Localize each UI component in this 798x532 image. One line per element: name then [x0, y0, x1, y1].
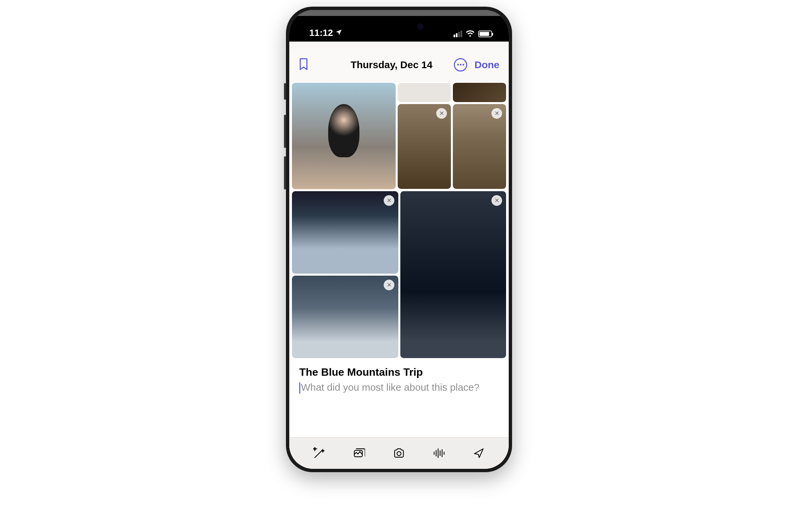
entry-body-input[interactable]: What did you most like about this place? — [299, 382, 499, 394]
svg-point-1 — [397, 452, 401, 456]
entry-placeholder: What did you most like about this place? — [301, 382, 479, 393]
ellipsis-circle-icon[interactable] — [454, 58, 467, 72]
photo-stack-icon[interactable] — [353, 446, 366, 460]
photo-thumbnail[interactable]: ✕ — [292, 191, 398, 274]
photo-thumbnail[interactable]: ✕ — [292, 276, 398, 358]
phone-side-buttons — [284, 83, 286, 198]
photo-thumbnail[interactable]: ✕ — [400, 191, 506, 358]
front-camera — [417, 24, 423, 30]
remove-photo-button[interactable]: ✕ — [491, 195, 502, 206]
photo-collage: ✕ ✕ ✕ — [289, 81, 509, 359]
remove-photo-button[interactable]: ✕ — [436, 108, 447, 119]
waveform-icon[interactable] — [432, 446, 445, 460]
photo-thumbnail[interactable]: ✕ — [453, 104, 506, 189]
photo-thumbnail[interactable]: ✕ — [398, 104, 451, 189]
remove-photo-button[interactable]: ✕ — [491, 108, 502, 119]
entry-text-section: The Blue Mountains Trip What did you mos… — [289, 359, 509, 400]
remove-photo-button[interactable]: ✕ — [384, 280, 394, 290]
sheet-stack-indicator — [295, 10, 503, 16]
photo-thumbnail[interactable] — [292, 83, 396, 189]
wifi-icon — [466, 30, 475, 38]
phone-hardware-frame: 11:12 — [286, 7, 512, 472]
magic-wand-icon[interactable] — [312, 446, 326, 460]
photo-thumbnail[interactable] — [398, 83, 451, 102]
location-arrow-icon[interactable] — [472, 446, 486, 460]
journal-entry-sheet: Thursday, Dec 14 Done — [289, 48, 509, 469]
input-toolbar — [289, 437, 509, 469]
dynamic-island — [367, 17, 431, 36]
photo-thumbnail[interactable] — [453, 83, 506, 102]
location-arrow-icon — [335, 27, 342, 38]
cellular-signal-icon — [454, 31, 462, 37]
page-title: Thursday, Dec 14 — [350, 59, 432, 71]
done-button[interactable]: Done — [474, 59, 499, 71]
entry-title[interactable]: The Blue Mountains Trip — [299, 366, 499, 378]
navigation-bar: Thursday, Dec 14 Done — [289, 48, 509, 81]
status-time: 11:12 — [309, 27, 333, 38]
camera-icon[interactable] — [392, 446, 406, 460]
battery-icon — [478, 31, 492, 37]
remove-photo-button[interactable]: ✕ — [384, 195, 394, 206]
text-cursor — [299, 382, 300, 394]
bookmark-icon[interactable] — [299, 58, 335, 72]
